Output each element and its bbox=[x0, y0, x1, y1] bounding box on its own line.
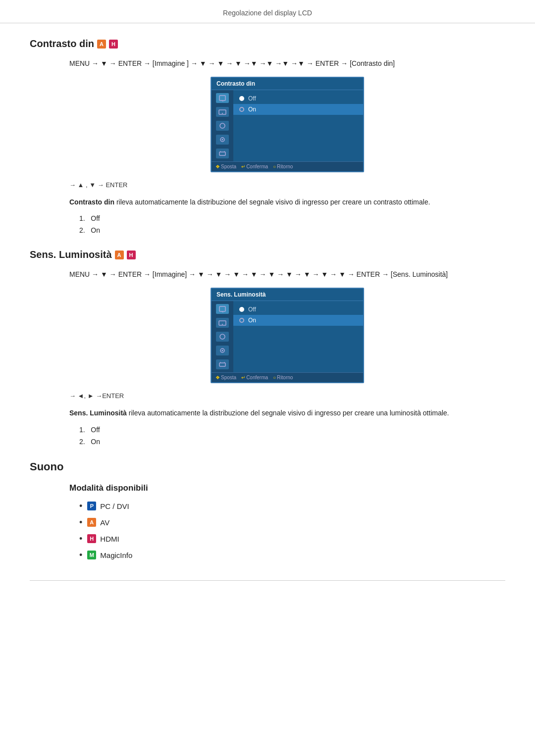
bullet-icon: • bbox=[79, 550, 82, 560]
svg-point-4 bbox=[220, 123, 225, 128]
contrasto-description: Contrasto din rileva automaticamente la … bbox=[69, 197, 505, 207]
sens-menu-options: Off On bbox=[233, 301, 363, 372]
list-item-magicinfo: • M MagicInfo bbox=[79, 550, 505, 560]
svg-rect-17 bbox=[219, 363, 225, 366]
suono-title: Suono bbox=[30, 460, 505, 473]
svg-point-13 bbox=[222, 324, 223, 325]
sens-tv-menu-icons bbox=[212, 301, 233, 372]
svg-rect-0 bbox=[219, 96, 225, 101]
suono-section: Suono Modalità disponibili • P PC / DVI … bbox=[30, 460, 505, 560]
sens-option-list: 1. Off 2. On bbox=[79, 426, 505, 446]
tv-icon-2 bbox=[216, 107, 229, 117]
badge-h-sens: H bbox=[127, 251, 136, 259]
contrasto-din-section: Contrasto din A H MENU → ▼ → ENTER → [Im… bbox=[30, 38, 505, 234]
page-footer bbox=[30, 580, 505, 586]
bullet-icon: • bbox=[79, 534, 82, 544]
svg-point-14 bbox=[220, 334, 225, 339]
list-item: 2. On bbox=[79, 438, 505, 446]
sens-tv-menu: Sens. Luminosità bbox=[211, 288, 364, 383]
list-item-hdmi: • H HDMI bbox=[79, 534, 505, 544]
list-item-av: • A AV bbox=[79, 517, 505, 528]
contrasto-din-title: Contrasto din A H bbox=[30, 38, 505, 50]
tv-icon-4 bbox=[216, 135, 229, 145]
sens-tv-icon-3 bbox=[216, 332, 229, 342]
contrasto-option-list: 1. Off 2. On bbox=[79, 214, 505, 234]
svg-rect-10 bbox=[219, 306, 225, 311]
svg-point-3 bbox=[222, 113, 223, 114]
contrasto-arrow-nav: → ▲ , ▼ → ENTER bbox=[69, 181, 505, 189]
sens-menu-title: Sens. Luminosità bbox=[212, 289, 363, 301]
tv-menu-icons bbox=[212, 90, 233, 161]
page-header: Regolazione del display LCD bbox=[0, 0, 535, 23]
svg-point-6 bbox=[222, 139, 223, 141]
list-item-pc-dvi: • P PC / DVI bbox=[79, 501, 505, 511]
badge-h-contrasto: H bbox=[109, 40, 118, 49]
svg-rect-7 bbox=[219, 152, 225, 155]
bullet-icon: • bbox=[79, 517, 82, 528]
sens-tv-icon-2 bbox=[216, 318, 229, 328]
tv-icon-1 bbox=[216, 93, 229, 103]
badge-m: M bbox=[87, 551, 96, 559]
sens-luminosita-title: Sens. Luminosità A H bbox=[30, 249, 505, 260]
badge-p: P bbox=[87, 502, 96, 510]
badge-av: A bbox=[87, 518, 96, 527]
contrasto-tv-menu: Contrasto din bbox=[211, 77, 364, 172]
sens-tv-icon-4 bbox=[216, 346, 229, 355]
contrasto-din-body: MENU → ▼ → ENTER → [Immagine ] → ▼ → ▼ →… bbox=[69, 58, 505, 234]
sens-tv-icon-1 bbox=[216, 304, 229, 314]
badge-a-contrasto: A bbox=[97, 40, 106, 49]
radio-off-checked bbox=[239, 96, 244, 101]
sens-menu-footer: ❖ Sposta ↵ Conferma ○ Ritorno bbox=[212, 372, 363, 382]
sens-radio-off-checked bbox=[239, 307, 244, 312]
contrasto-option-on: On bbox=[233, 104, 363, 115]
header-title: Regolazione del display LCD bbox=[223, 9, 312, 17]
svg-point-16 bbox=[222, 350, 223, 352]
sens-luminosita-section: Sens. Luminosità A H MENU → ▼ → ENTER → … bbox=[30, 249, 505, 445]
contrasto-menu-footer: ❖ Sposta ↵ Conferma ○ Ritorno bbox=[212, 161, 363, 171]
list-item: 1. Off bbox=[79, 426, 505, 434]
contrasto-option-off: Off bbox=[233, 93, 363, 104]
contrasto-menu-options: Off On bbox=[233, 90, 363, 161]
bullet-icon: • bbox=[79, 501, 82, 511]
sens-luminosita-body: MENU → ▼ → ENTER → [Immagine] → ▼ → ▼ → … bbox=[69, 269, 505, 445]
sens-option-on: On bbox=[233, 315, 363, 326]
badge-h-suono: H bbox=[87, 534, 96, 543]
badge-a-sens: A bbox=[115, 251, 124, 259]
tv-icon-3 bbox=[216, 121, 229, 131]
sens-description: Sens. Luminosità rileva automaticamente … bbox=[69, 407, 505, 418]
modalita-title: Modalità disponibili bbox=[69, 483, 505, 493]
modalita-list: • P PC / DVI • A AV • H HDMI • M MagicIn… bbox=[79, 501, 505, 560]
contrasto-menu-title: Contrasto din bbox=[212, 78, 363, 90]
sens-option-off: Off bbox=[233, 304, 363, 315]
tv-icon-5 bbox=[216, 149, 229, 158]
list-item: 2. On bbox=[79, 226, 505, 234]
contrasto-nav-instruction: MENU → ▼ → ENTER → [Immagine ] → ▼ → ▼ →… bbox=[69, 58, 505, 69]
list-item: 1. Off bbox=[79, 214, 505, 222]
sens-radio-on bbox=[239, 318, 244, 323]
sens-arrow-nav: → ◄, ► →ENTER bbox=[69, 392, 505, 400]
radio-on bbox=[239, 107, 244, 112]
sens-nav-instruction: MENU → ▼ → ENTER → [Immagine] → ▼ → ▼ → … bbox=[69, 269, 505, 280]
sens-tv-icon-5 bbox=[216, 359, 229, 369]
